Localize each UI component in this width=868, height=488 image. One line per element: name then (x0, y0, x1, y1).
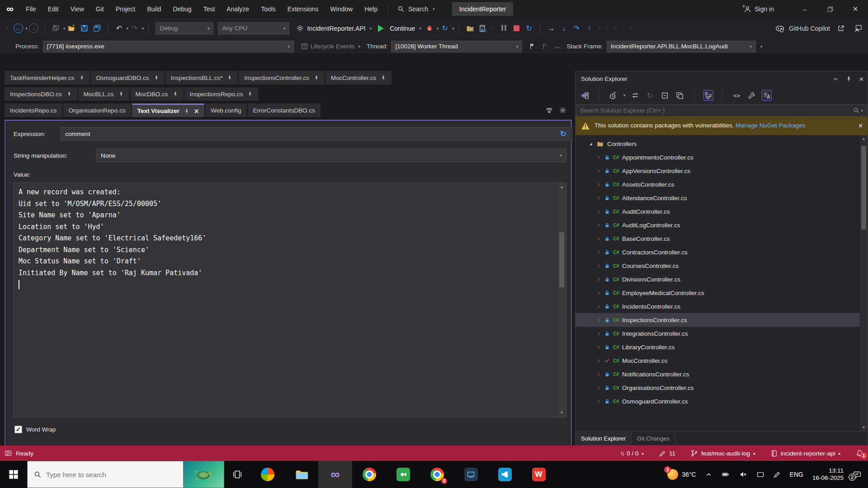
expanded-arrow-icon[interactable] (588, 141, 593, 146)
pin-icon[interactable] (173, 91, 178, 97)
expander-icon[interactable] (596, 372, 601, 377)
tree-folder-controllers[interactable]: Controllers (576, 137, 868, 150)
find-in-files-button[interactable] (464, 22, 476, 35)
switch-views-icon[interactable] (580, 90, 590, 101)
tree-item-inspectionscontroller[interactable]: C#InspectionsController.cs (576, 313, 868, 327)
pin-icon[interactable] (227, 75, 232, 80)
restart-application-button[interactable]: ↻ (439, 22, 451, 35)
taskbar-search-input[interactable] (46, 471, 146, 479)
gear-icon[interactable] (559, 107, 566, 114)
toolbar-overflow[interactable]: » (630, 26, 632, 31)
tree-item-integrationscontroller[interactable]: C#IntegrationsController.cs (576, 327, 868, 340)
redo-button[interactable]: ↷ (129, 22, 141, 35)
action-center-button[interactable]: 2 (853, 470, 862, 479)
show-all-files-icon[interactable] (703, 90, 713, 101)
expander-icon[interactable] (596, 385, 601, 390)
menu-file[interactable]: File (20, 0, 42, 18)
feedback-icon[interactable] (852, 22, 864, 35)
tree-item-incidentscontroller[interactable]: C#IncidentsController.cs (576, 300, 868, 313)
solution-search-box[interactable]: ▾ (576, 104, 867, 117)
expander-icon[interactable] (596, 155, 601, 160)
chevron-down-icon[interactable]: ▾ (437, 26, 439, 31)
expander-icon[interactable] (596, 196, 601, 201)
close-icon[interactable]: ✕ (859, 75, 864, 83)
tree-item-contractorscontroller[interactable]: C#ContractorsController.cs (576, 245, 868, 259)
chevron-down-icon[interactable]: ▾ (623, 93, 626, 98)
undo-button[interactable]: ↶ (113, 22, 125, 35)
expander-icon[interactable] (596, 182, 601, 187)
lifecycle-events-dropdown[interactable]: Lifecycle Events ▾ (301, 43, 360, 50)
project-name-badge[interactable]: IncidentReporter (452, 2, 514, 16)
pin-icon[interactable] (154, 75, 159, 80)
hot-reload-button[interactable] (424, 22, 435, 35)
expander-icon[interactable] (596, 223, 601, 228)
git-repository-indicator[interactable]: incident-reporter-api ▴ (771, 450, 840, 457)
pin-icon[interactable] (314, 75, 319, 80)
menu-help[interactable]: Help (359, 0, 383, 18)
close-button[interactable]: ✕ (843, 0, 868, 18)
live-visual-tree-button[interactable] (477, 22, 489, 35)
start-button[interactable] (0, 461, 27, 488)
tree-item-appversionscontroller[interactable]: C#AppVersionsController.cs (576, 164, 868, 178)
green-app-icon[interactable] (386, 461, 420, 488)
toolbar-overflow[interactable]: » (614, 26, 616, 31)
continue-button[interactable]: Continue ▾ (378, 25, 421, 32)
tree-item-osmoguardcontroller[interactable]: C#OsmoguardController.cs (576, 394, 868, 408)
chrome-profile-icon[interactable]: S (420, 461, 454, 488)
tool-tab-git-changes[interactable]: Git Changes (632, 432, 675, 445)
git-branch-indicator[interactable]: feat/moc-audit-log ▴ (691, 450, 755, 457)
pin-icon[interactable] (184, 108, 189, 114)
open-file-button[interactable] (66, 22, 77, 35)
menu-view[interactable]: View (65, 0, 90, 18)
menu-window[interactable]: Window (324, 0, 359, 18)
pending-edits-indicator[interactable]: 11 (659, 450, 675, 457)
chevron-down-icon[interactable]: ▾ (25, 26, 28, 31)
window-position-chevron-icon[interactable] (833, 76, 839, 82)
show-threads-in-source-icon[interactable] (552, 40, 563, 53)
solution-platform-dropdown[interactable]: Any CPU▾ (218, 22, 289, 35)
track-active-item-icon[interactable] (762, 90, 772, 101)
sign-in-button[interactable]: + Sign in (744, 5, 774, 13)
notifications-bell[interactable]: 1 (856, 450, 863, 457)
expander-icon[interactable] (596, 277, 601, 282)
close-icon[interactable]: ✕ (194, 108, 199, 115)
expander-icon[interactable] (596, 291, 601, 296)
tab-inspectionsdbo-cs[interactable]: InspectionsDBO.cs (5, 87, 77, 101)
tab-inspectionsrepo-cs[interactable]: InspectionsRepo.cs (184, 87, 259, 101)
view-code-icon[interactable]: <> (732, 90, 742, 101)
volume-muted-icon[interactable] (739, 471, 747, 478)
search-highlight-image[interactable] (183, 461, 224, 488)
tool-tab-solution-explorer[interactable]: Solution Explorer (576, 432, 632, 445)
pin-icon[interactable] (118, 91, 124, 97)
word-wrap-checkbox[interactable]: ✓ Word Wrap (14, 426, 566, 433)
pin-icon[interactable] (79, 75, 85, 80)
new-project-button[interactable] (50, 22, 62, 35)
scroll-up-icon[interactable]: ▲ (558, 183, 566, 191)
tree-item-auditcontroller[interactable]: C#AuditController.cs (576, 205, 868, 218)
expander-icon[interactable] (596, 358, 601, 363)
pen-icon[interactable] (774, 471, 781, 478)
taskbar-search-box[interactable] (27, 461, 224, 488)
tab-mocdbo-cs[interactable]: MocDBO.cs (130, 87, 184, 101)
menu-git[interactable]: Git (90, 0, 110, 18)
expander-icon[interactable] (596, 236, 601, 241)
scroll-down-icon[interactable]: ▼ (862, 424, 866, 431)
string-manipulation-dropdown[interactable]: None ▾ (96, 149, 566, 162)
scrollbar-thumb[interactable] (861, 146, 866, 230)
expander-icon[interactable] (596, 263, 601, 268)
toolbar-grip[interactable]: ⠇ (6, 26, 9, 31)
share-icon[interactable] (835, 22, 847, 35)
flag-outline-icon[interactable] (539, 40, 551, 53)
tree-item-notificationscontroller[interactable]: C#NotificationsController.cs (576, 367, 868, 381)
github-copilot-label[interactable]: GitHub Copilot (789, 25, 830, 32)
expander-icon[interactable] (596, 318, 601, 323)
visual-studio-icon[interactable]: ∞ (318, 461, 352, 488)
maximize-button[interactable] (817, 0, 843, 18)
save-all-button[interactable] (91, 22, 103, 35)
expression-input[interactable] (61, 127, 574, 141)
tree-item-auditlogcontroller[interactable]: C#AuditLogController.cs (576, 218, 868, 232)
refresh-icon[interactable]: ↻ (560, 129, 566, 139)
menu-build[interactable]: Build (141, 0, 167, 18)
scrollbar-thumb[interactable] (559, 232, 564, 287)
toolbar-grip[interactable]: ⠇ (492, 26, 495, 31)
